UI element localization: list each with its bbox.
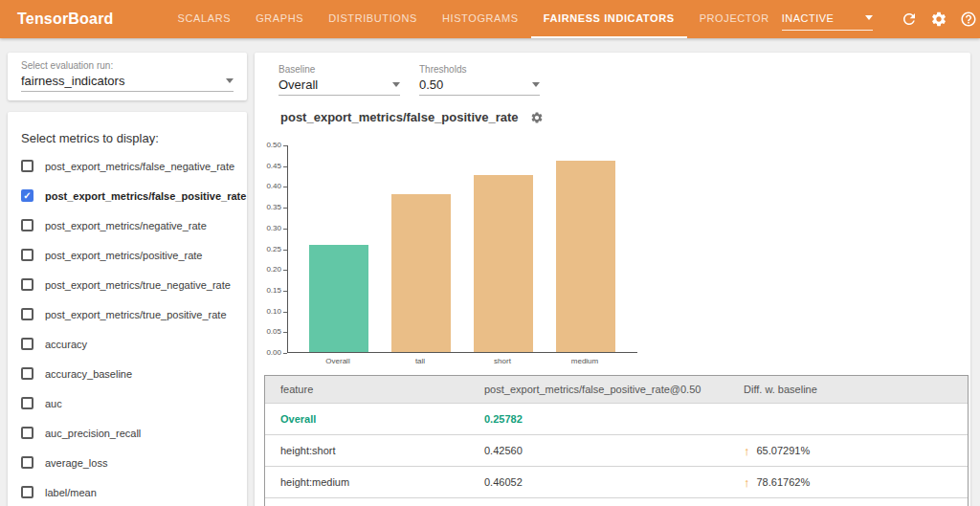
- metric-label: post_export_metrics/negative_rate: [45, 220, 207, 231]
- y-axis-tick-label: 0.20: [255, 265, 281, 275]
- metric-value-cell: 0.25782: [484, 413, 734, 425]
- metric-label: post_export_metrics/true_negative_rate: [45, 279, 231, 291]
- metric-label: accuracy_baseline: [45, 368, 132, 380]
- chart-plot-area: [287, 145, 637, 353]
- thresholds-dropdown[interactable]: 0.50: [419, 77, 540, 96]
- metric-label: accuracy: [45, 339, 87, 350]
- bar-short[interactable]: [474, 175, 533, 352]
- bar-chart: 0.000.050.100.150.200.250.300.350.400.45…: [255, 139, 676, 378]
- tab-fairness-indicators[interactable]: FAIRNESS INDICATORS: [531, 0, 687, 38]
- y-axis-tick-label: 0.00: [255, 348, 281, 358]
- y-axis-tick-label: 0.25: [255, 245, 281, 254]
- feature-cell: Overall: [265, 413, 484, 425]
- baseline-value: Overall: [278, 77, 318, 92]
- help-icon[interactable]: [960, 11, 977, 28]
- x-axis-tick-label: Overall: [297, 357, 379, 365]
- chevron-down-icon: [392, 82, 400, 87]
- checkbox-icon[interactable]: [21, 278, 33, 291]
- status-dropdown-value: INACTIVE: [782, 12, 835, 24]
- table-row: height:medium0.46052↑78.61762%: [265, 466, 968, 497]
- run-selector-dropdown[interactable]: fairness_indicators: [21, 74, 234, 92]
- chevron-down-icon: [865, 15, 873, 20]
- metric-checkbox-item[interactable]: auc: [8, 388, 247, 418]
- checkbox-icon[interactable]: [21, 249, 33, 261]
- metric-label: post_export_metrics/false_positive_rate: [45, 190, 246, 202]
- tab-distributions[interactable]: DISTRIBUTIONS: [316, 0, 430, 38]
- checkbox-checked-icon[interactable]: ✓: [21, 189, 33, 202]
- checkbox-icon[interactable]: [21, 338, 33, 350]
- nav-tabs: SCALARSGRAPHSDISTRIBUTIONSHISTOGRAMSFAIR…: [166, 0, 782, 38]
- checkbox-icon[interactable]: [21, 160, 33, 172]
- metric-checkbox-item[interactable]: label/mean: [8, 477, 247, 506]
- metric-checkbox-item[interactable]: ✓post_export_metrics/false_positive_rate: [8, 181, 247, 210]
- tab-scalars[interactable]: SCALARS: [166, 0, 244, 38]
- baseline-label: Baseline: [278, 64, 400, 75]
- metric-list: post_export_metrics/false_negative_rate✓…: [8, 151, 247, 506]
- metric-section-title: post_export_metrics/false_positive_rate: [280, 110, 519, 124]
- y-axis-tick-label: 0.35: [255, 203, 281, 212]
- run-selector-label: Select evaluation run:: [21, 60, 234, 71]
- bar-overall[interactable]: [309, 245, 368, 352]
- metric-selector-card: Select metrics to display: post_export_m…: [8, 112, 247, 506]
- table-header-row: featurepost_export_metrics/false_positiv…: [265, 376, 968, 403]
- metric-checkbox-item[interactable]: post_export_metrics/false_negative_rate: [8, 151, 247, 181]
- metric-checkbox-item[interactable]: auc_precision_recall: [8, 418, 247, 448]
- table-row: Overall0.25782: [265, 403, 968, 434]
- app-title: TensorBoard: [17, 11, 114, 28]
- metric-label: average_loss: [45, 457, 107, 469]
- baseline-dropdown[interactable]: Overall: [278, 77, 400, 96]
- y-axis-tick-label: 0.30: [255, 224, 281, 233]
- metric-label: post_export_metrics/positive_rate: [45, 250, 202, 261]
- tab-projector[interactable]: PROJECTOR: [687, 0, 782, 38]
- metric-checkbox-item[interactable]: average_loss: [8, 448, 247, 477]
- table-row: height:short0.42560↑65.07291%: [265, 434, 968, 466]
- y-axis-tick-mark: [283, 353, 287, 354]
- y-axis-tick-label: 0.15: [255, 286, 281, 296]
- status-dropdown[interactable]: INACTIVE: [782, 8, 873, 31]
- table-header-cell: Diff. w. baseline: [734, 384, 968, 395]
- arrow-up-icon: ↑: [744, 476, 750, 489]
- baseline-control: Baseline Overall: [278, 64, 400, 96]
- metric-checkbox-item[interactable]: post_export_metrics/positive_rate: [8, 240, 247, 270]
- checkbox-icon[interactable]: [21, 219, 33, 231]
- chart-settings-gear-icon[interactable]: [530, 111, 544, 124]
- diff-value: 78.61762%: [757, 476, 811, 488]
- metric-checkbox-item[interactable]: accuracy_baseline: [8, 359, 247, 388]
- checkbox-icon[interactable]: [21, 427, 33, 439]
- thresholds-value: 0.50: [419, 77, 443, 92]
- checkbox-icon[interactable]: [21, 308, 33, 320]
- gear-icon[interactable]: [930, 11, 947, 28]
- diff-cell: ↑78.61762%: [734, 476, 968, 489]
- y-axis-tick-mark: [283, 166, 287, 167]
- refresh-icon[interactable]: [901, 11, 918, 28]
- toolbar-right: INACTIVE: [782, 8, 977, 31]
- metric-checkbox-item[interactable]: accuracy: [8, 329, 247, 359]
- tab-histograms[interactable]: HISTOGRAMS: [430, 0, 531, 38]
- y-axis-tick-label: 0.40: [255, 182, 281, 191]
- checkbox-icon[interactable]: [21, 397, 33, 409]
- metric-label: label/mean: [45, 487, 97, 498]
- y-axis-tick-mark: [283, 229, 287, 230]
- bar-tall[interactable]: [391, 194, 451, 352]
- checkbox-icon[interactable]: [21, 486, 33, 498]
- metrics-table: featurepost_export_metrics/false_positiv…: [264, 375, 969, 506]
- metric-selector-title: Select metrics to display:: [8, 112, 247, 151]
- checkbox-icon[interactable]: [21, 456, 33, 469]
- table-header-cell: post_export_metrics/false_positive_rate@…: [484, 384, 734, 395]
- metric-checkbox-item[interactable]: post_export_metrics/true_positive_rate: [8, 299, 247, 329]
- feature-cell: height:short: [265, 445, 484, 456]
- y-axis-tick-mark: [283, 312, 287, 313]
- bar-medium[interactable]: [556, 161, 615, 352]
- y-axis-tick-label: 0.50: [255, 141, 281, 150]
- checkbox-icon[interactable]: [21, 367, 33, 380]
- tab-graphs[interactable]: GRAPHS: [243, 0, 316, 38]
- y-axis-tick-mark: [283, 145, 287, 146]
- y-axis-tick-mark: [283, 250, 287, 251]
- y-axis-tick-mark: [283, 187, 287, 187]
- metric-checkbox-item[interactable]: post_export_metrics/true_negative_rate: [8, 270, 247, 299]
- metric-checkbox-item[interactable]: post_export_metrics/negative_rate: [8, 210, 247, 240]
- chevron-down-icon: [226, 78, 234, 83]
- table-header-cell: feature: [265, 384, 484, 395]
- run-selector-card: Select evaluation run: fairness_indicato…: [8, 53, 247, 100]
- y-axis-tick-mark: [283, 270, 287, 271]
